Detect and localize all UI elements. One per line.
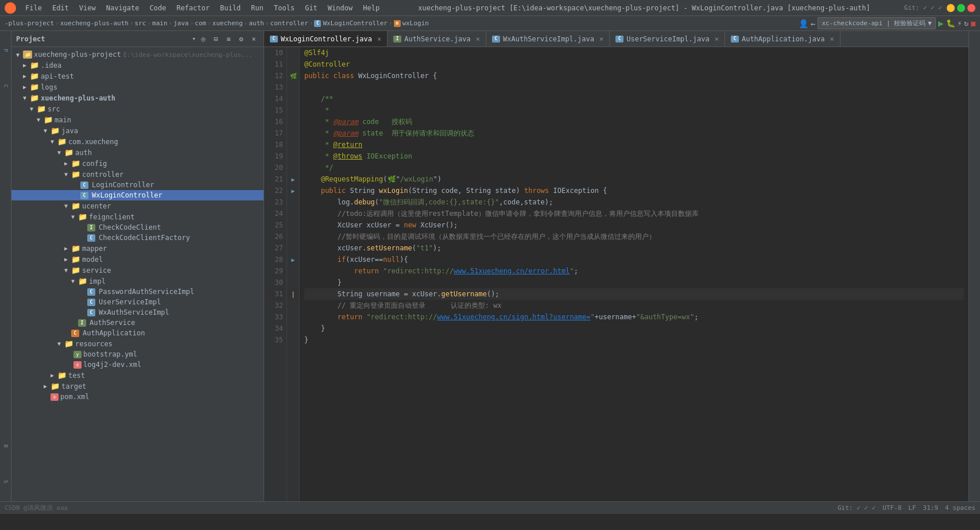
window-title: xuecheng-plus-project [E:\idea-workspace…	[384, 4, 904, 12]
tree-item-config[interactable]: ▶ 📁 config	[11, 158, 264, 169]
tree-item-main[interactable]: ▼ 📁 main	[11, 114, 264, 125]
rerun-button[interactable]: ↻	[964, 19, 969, 28]
tab-auth-application[interactable]: C AuthApplication.java ×	[725, 31, 840, 47]
code-line-17: * @param state 用于保持请求和回调的状态	[304, 127, 964, 139]
sidebar-layout-btn[interactable]: ⊟	[211, 34, 221, 44]
tree-item-user-service-impl[interactable]: C UserServiceImpl	[11, 297, 264, 307]
project-panel-icon[interactable]: P	[1, 33, 10, 68]
code-line-28: if(xcUser==null){	[304, 254, 964, 265]
bookmarks-panel-icon[interactable]: B	[1, 429, 10, 463]
code-line-26: //暂时硬编码，目的是调试环境（从数据库里找一个已经存在的用户，这个用户当成从微…	[304, 231, 964, 242]
tree-item-log4j2[interactable]: x log4j2-dev.xml	[11, 359, 264, 370]
menu-item-view[interactable]: View	[75, 3, 100, 13]
tab-wx-login-controller[interactable]: C WxLoginController.java ×	[264, 31, 388, 47]
tree-item-feignclient[interactable]: ▼ 📁 feignclient	[11, 211, 264, 222]
nav-src[interactable]: src	[135, 20, 146, 27]
tab-close-auth-app[interactable]: ×	[830, 35, 834, 43]
encoding-status[interactable]: UTF-8	[882, 504, 901, 512]
nav-method[interactable]: m wxLogin	[394, 20, 429, 27]
nav-project[interactable]: -plus-project	[5, 20, 54, 27]
tab-wx-auth-service-impl[interactable]: C WxAuthServiceImpl.java ×	[486, 31, 610, 47]
nav-btn-back[interactable]: ←	[811, 19, 815, 28]
tree-item-src[interactable]: ▼ 📁 src	[11, 103, 264, 114]
debug-button[interactable]: 🐛	[946, 19, 955, 28]
tree-item-api-test[interactable]: ▶ 📁 api-test	[11, 71, 264, 82]
commit-panel-icon[interactable]: C	[1, 69, 10, 103]
nav-xuecheng[interactable]: xuecheng	[212, 20, 243, 27]
tree-item-root[interactable]: ▼ 📁 xuecheng-plus-project E:\idea-worksp…	[11, 49, 264, 60]
nav-java[interactable]: java	[173, 20, 189, 27]
tree-item-login-controller[interactable]: C LoginController	[11, 180, 264, 190]
sidebar-settings-btn[interactable]: ⚙	[236, 34, 246, 44]
tree-item-wx-auth-impl-tree[interactable]: C WxAuthServiceImpl	[11, 307, 264, 318]
sidebar-dropdown-arrow[interactable]: ▾	[192, 35, 196, 42]
tree-item-model[interactable]: ▶ 📁 model	[11, 254, 264, 265]
tab-close-wx-auth[interactable]: ×	[599, 35, 603, 43]
minimize-button[interactable]	[947, 4, 955, 12]
line-separator[interactable]: LF	[908, 504, 916, 512]
nav-controller[interactable]: controller	[270, 20, 308, 27]
tree-item-auth-module[interactable]: ▼ 📁 xuecheng-plus-auth	[11, 92, 264, 103]
code-editor[interactable]: 10 11 12 13 14 15 16 17 18 19 20 21 22 2…	[264, 47, 969, 501]
tree-item-test[interactable]: ▶ 📁 test	[11, 370, 264, 381]
method-icon: m	[394, 20, 401, 27]
menu-item-edit[interactable]: Edit	[48, 3, 73, 13]
menu-item-tools[interactable]: Tools	[269, 3, 299, 13]
code-line-21: @RequestMapping(🌿"/wxLogin")	[304, 173, 964, 185]
tree-item-bootstrap-yml[interactable]: y bootstrap.yml	[11, 349, 264, 359]
nav-class[interactable]: C WxLoginController	[314, 20, 388, 27]
checkcode-dropdown[interactable]: xc-checkcode-api | 校验验证码 ▼	[818, 17, 935, 29]
tree-item-auth-service-i[interactable]: I AuthService	[11, 318, 264, 328]
tree-item-check-code-client[interactable]: I CheckCodeClient	[11, 222, 264, 233]
tab-close-user-service[interactable]: ×	[715, 35, 719, 43]
tree-item-pom[interactable]: x pom.xml	[11, 392, 264, 402]
git-status: Git: ✓ ✓ ✓	[838, 504, 876, 512]
tree-item-wx-login-controller[interactable]: C WxLoginController	[11, 190, 264, 200]
code-content[interactable]: @Slf4j @Controller public class WxLoginC…	[300, 47, 969, 501]
tree-item-auth-pkg[interactable]: ▼ 📁 auth	[11, 147, 264, 158]
stop-button[interactable]: ■	[971, 19, 975, 28]
tree-item-logs[interactable]: ▶ 📁 logs	[11, 82, 264, 92]
tree-item-com-xuecheng[interactable]: ▼ 📁 com.xuecheng	[11, 136, 264, 147]
tree-item-mapper[interactable]: ▶ 📁 mapper	[11, 243, 264, 254]
tree-item-idea[interactable]: ▶ 📁 .idea	[11, 60, 264, 71]
structure-panel-icon[interactable]: S	[1, 465, 10, 499]
run-with-coverage[interactable]: ⚡	[958, 19, 962, 28]
nav-btn-1[interactable]: 👤	[799, 19, 808, 28]
menu-item-help[interactable]: Help	[358, 3, 384, 13]
tree-item-impl[interactable]: ▼ 📁 impl	[11, 276, 264, 287]
run-button[interactable]: ▶	[938, 18, 944, 29]
tree-item-auth-application[interactable]: C AuthApplication	[11, 328, 264, 338]
tree-item-ucenter[interactable]: ▼ 📁 ucenter	[11, 200, 264, 211]
menu-item-git[interactable]: Git	[300, 3, 322, 13]
nav-com[interactable]: com	[195, 20, 206, 27]
menu-item-run[interactable]: Run	[246, 3, 268, 13]
tree-item-resources[interactable]: ▼ 📁 resources	[11, 338, 264, 349]
tree-item-target[interactable]: ▶ 📁 target	[11, 381, 264, 392]
menu-item-build[interactable]: Build	[215, 3, 245, 13]
close-button[interactable]	[967, 4, 975, 12]
tab-close-auth-service[interactable]: ×	[476, 35, 480, 43]
maximize-button[interactable]	[957, 4, 965, 12]
menu-item-refactor[interactable]: Refactor	[172, 3, 214, 13]
sidebar-sort-btn[interactable]: ≡	[223, 34, 234, 44]
menu-item-file[interactable]: File	[21, 3, 47, 13]
menu-item-navigate[interactable]: Navigate	[102, 3, 144, 13]
sidebar-locate-btn[interactable]: ◎	[198, 34, 208, 44]
tree-item-controller[interactable]: ▼ 📁 controller	[11, 169, 264, 180]
menu-item-code[interactable]: Code	[145, 3, 171, 13]
indent-status[interactable]: 4 spaces	[945, 504, 975, 512]
tree-item-java[interactable]: ▼ 📁 java	[11, 125, 264, 136]
sidebar-collapse-btn[interactable]: ×	[249, 34, 259, 44]
tree-item-password-auth[interactable]: C PasswordAuthServiceImpl	[11, 287, 264, 297]
nav-module[interactable]: xuecheng-plus-auth	[60, 20, 129, 27]
tree-item-check-code-factory[interactable]: C CheckCodeClientFactory	[11, 233, 264, 243]
menu-item-window[interactable]: Window	[323, 3, 357, 13]
tree-item-service[interactable]: ▼ 📁 service	[11, 265, 264, 276]
code-line-29: return "redirect:http://www.51xuecheng.c…	[304, 265, 964, 277]
tab-close-wx[interactable]: ×	[377, 35, 381, 43]
tab-user-service-impl[interactable]: C UserServiceImpl.java ×	[610, 31, 725, 47]
nav-auth[interactable]: auth	[249, 20, 264, 27]
tab-auth-service[interactable]: I AuthService.java ×	[388, 31, 486, 47]
nav-main[interactable]: main	[152, 20, 168, 27]
